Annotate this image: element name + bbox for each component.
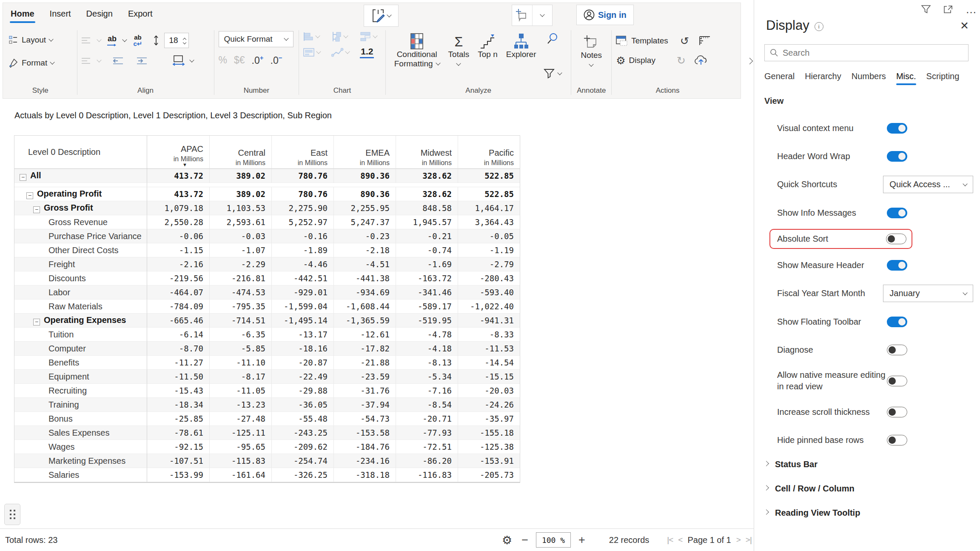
value-cell[interactable]: 389.02 [209,187,271,201]
info-icon[interactable]: i [815,22,823,31]
value-cell[interactable]: -0.05 [458,229,520,243]
totals-button[interactable]: Σ Totals [448,31,470,85]
value-cell[interactable]: -184.76 [333,440,396,454]
value-cell[interactable]: -95.65 [209,440,271,454]
column-header-emea[interactable]: EMEAin Millions [333,136,396,169]
toggle-off[interactable] [887,376,907,386]
value-cell[interactable]: -2.29 [209,257,271,271]
value-cell[interactable]: -1,599.04 [271,300,333,314]
value-cell[interactable]: -107.51 [147,454,209,468]
dropdown-fiscal-year-start-month[interactable]: January [883,285,973,302]
value-cell[interactable]: -125.38 [458,440,520,454]
wrap-text-button[interactable]: ab c↵ [133,34,142,47]
display-button[interactable]: ⚙ Display [616,51,655,69]
line-chart-button[interactable] [331,46,353,58]
value-cell[interactable]: -31.76 [333,384,396,398]
value-cell[interactable]: -86.20 [396,454,458,468]
value-cell[interactable]: -1.69 [396,257,458,271]
value-cell[interactable]: 1,103.53 [209,201,271,215]
row-label-cell[interactable]: Sales Expenses [14,426,147,440]
toggle-off[interactable] [887,435,907,445]
cloud-upload-icon[interactable] [694,55,708,66]
value-cell[interactable]: -665.46 [147,314,209,328]
value-cell[interactable]: -318.18 [333,468,396,482]
value-cell[interactable]: 2,275.90 [271,201,333,215]
value-cell[interactable]: -27.48 [209,412,271,426]
row-header-cell[interactable]: Level 0 Description [14,136,147,169]
vertical-align-icon[interactable] [81,57,92,65]
explorer-button[interactable]: Explorer [506,31,536,85]
decimal-format-button[interactable]: 1.2 [360,46,381,58]
collapse-expander-icon[interactable]: − [20,174,26,181]
value-cell[interactable]: -326.25 [271,468,333,482]
value-cell[interactable]: -15.43 [147,384,209,398]
next-page-button[interactable]: > [736,535,741,545]
undo-icon[interactable]: ↺ [680,36,689,46]
value-cell[interactable]: -234.16 [333,454,396,468]
value-cell[interactable]: -4.78 [396,328,458,342]
value-cell[interactable]: 5,252.97 [271,215,333,229]
text-align-icon[interactable] [81,37,92,44]
row-label-cell[interactable]: −Operating Expenses [14,314,147,328]
value-cell[interactable]: 3,364.43 [458,215,520,229]
value-cell[interactable]: -714.51 [209,314,271,328]
panel-tab-hierarchy[interactable]: Hierarchy [805,71,841,85]
section-status-bar[interactable]: Status Bar [764,460,975,469]
status-gear-icon[interactable]: ⚙ [502,534,512,546]
value-cell[interactable]: -1,608.44 [333,300,396,314]
row-label-cell[interactable]: Purchase Price Variance [14,229,147,243]
row-height-icon[interactable] [153,35,159,46]
value-cell[interactable]: -29.88 [271,384,333,398]
filter-icon[interactable] [544,69,555,79]
value-cell[interactable]: -24.26 [458,398,520,412]
value-cell[interactable]: 2,550.28 [147,215,209,229]
row-label-cell[interactable]: Training [14,398,147,412]
value-cell[interactable]: -35.97 [458,412,520,426]
value-cell[interactable]: -161.64 [209,468,271,482]
value-cell[interactable]: -13.17 [271,328,333,342]
zoom-out-button[interactable]: − [521,534,528,546]
collapse-expander-icon[interactable]: − [26,192,33,199]
ribbon-tab-export[interactable]: Export [127,6,154,24]
value-cell[interactable]: -11.53 [458,342,520,356]
comment-dropdown[interactable] [532,5,553,26]
row-label-cell[interactable]: Marketing Expenses [14,454,147,468]
column-width-icon[interactable] [172,55,185,66]
row-label-cell[interactable]: Bonus [14,412,147,426]
value-cell[interactable]: 413.72 [147,169,209,183]
number-format-[interactable]: % [219,54,227,66]
row-label-cell[interactable]: −Operating Profit [14,187,147,201]
panel-tab-misc[interactable]: Misc. [896,71,916,85]
sign-in-button[interactable]: Sign in [576,5,634,25]
value-cell[interactable]: -0.16 [271,229,333,243]
value-cell[interactable]: -11.27 [147,356,209,370]
collapse-expander-icon[interactable]: − [33,206,40,213]
ribbon-tab-home[interactable]: Home [10,6,35,24]
value-cell[interactable]: -153.58 [333,426,396,440]
value-cell[interactable]: -1,022.40 [458,300,520,314]
value-cell[interactable]: 522.85 [458,169,520,183]
value-cell[interactable]: -589.17 [396,300,458,314]
value-cell[interactable]: -92.15 [147,440,209,454]
row-label-cell[interactable]: Labor [14,285,147,300]
value-cell[interactable]: 780.76 [271,187,333,201]
number-format-0[interactable]: .0+ [252,54,264,66]
value-cell[interactable]: -54.73 [333,412,396,426]
edit-visual-button[interactable] [364,5,399,27]
last-page-button[interactable]: >| [746,535,752,545]
row-label-cell[interactable]: Equipment [14,370,147,384]
value-cell[interactable]: -11.05 [209,384,271,398]
row-label-cell[interactable]: Freight [14,257,147,271]
zoom-level-field[interactable]: 100 % [536,532,571,548]
collapse-expander-icon[interactable]: − [33,319,40,325]
value-cell[interactable]: -11.50 [147,370,209,384]
value-cell[interactable]: -8.54 [396,398,458,412]
value-cell[interactable]: -0.74 [396,243,458,257]
panel-filter-icon[interactable] [921,5,931,14]
value-cell[interactable]: -1,495.14 [271,314,333,328]
row-label-cell[interactable]: Other Direct Costs [14,243,147,257]
value-cell[interactable]: 1,945.57 [396,215,458,229]
table-chart-button[interactable] [303,46,325,58]
value-cell[interactable]: 389.02 [209,169,271,183]
layout-button[interactable]: Layout [8,31,73,49]
